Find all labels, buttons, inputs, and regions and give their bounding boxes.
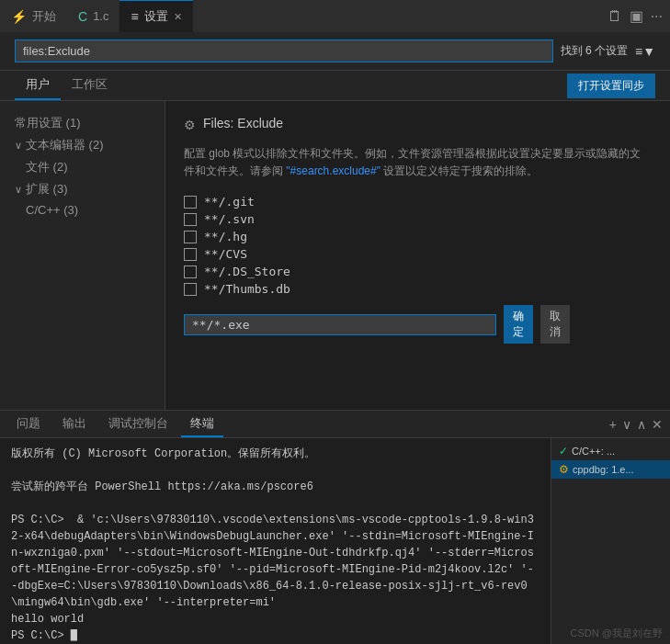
list-item: **/.hg (184, 228, 652, 245)
cancel-button[interactable]: 取消 (540, 305, 570, 344)
setting-title: Files: Exclude (203, 116, 283, 130)
exclude-list: **/.git **/.svn **/.hg **/CVS **/.DS_Sto… (184, 193, 652, 298)
sidebar-item-text-editor[interactable]: ∨ 文本编辑器 (2) (0, 134, 165, 156)
close-tab-button[interactable]: ✕ (174, 11, 182, 23)
add-exclude-input[interactable] (184, 314, 496, 335)
sidebar-item-common[interactable]: 常用设置 (1) (0, 112, 165, 134)
tab-output[interactable]: 输出 (53, 412, 96, 437)
setting-description: 配置 glob 模式以排除文件和文件夹。例如，文件资源管理器根据此设置决定要显示… (184, 145, 652, 180)
gear-small-icon: ⚙ (559, 463, 569, 476)
panel-tabs: 问题 输出 调试控制台 终端 + ∨ ∧ ✕ (0, 411, 670, 438)
check-icon: ✓ (559, 445, 568, 458)
checkbox-cvs[interactable] (184, 248, 197, 261)
more-actions-icon[interactable]: ··· (651, 8, 663, 25)
bottom-panel: 问题 输出 调试控制台 终端 + ∨ ∧ ✕ 版权所有 (C) Microsof… (0, 410, 670, 644)
sidebar-item-files[interactable]: 文件 (2) (0, 156, 165, 178)
settings-icon: ≡ (131, 9, 138, 24)
settings-search-input[interactable] (15, 40, 553, 62)
tab-settings[interactable]: ≡ 设置 ✕ (119, 0, 192, 32)
search-exclude-link[interactable]: "#search.exclude#" (286, 164, 380, 177)
tab-debug-console[interactable]: 调试控制台 (99, 412, 177, 437)
chevron-down-icon-2: ∨ (15, 184, 22, 196)
list-item: **/Thumbs.db (184, 280, 652, 298)
terminal-line (11, 495, 539, 512)
title-bar-actions: 🗒 ▣ ··· (608, 7, 670, 25)
terminal-instance-cppdbg[interactable]: ⚙ cppdbg: 1.e... (551, 460, 670, 479)
maximize-panel-icon[interactable]: ∧ (637, 417, 646, 432)
tab-start[interactable]: ⚡ 开始 (0, 0, 67, 32)
tab-user[interactable]: 用户 (15, 71, 61, 100)
setting-header-row: ⚙ Files: Exclude (184, 116, 652, 138)
terminal-output[interactable]: 版权所有 (C) Microsoft Corporation。保留所有权利。 尝… (0, 438, 551, 644)
tab-terminal[interactable]: 终端 (181, 412, 223, 437)
list-item: **/.DS_Store (184, 263, 652, 280)
list-item: **/.svn (184, 210, 652, 228)
vscode-icon: ⚡ (11, 9, 27, 24)
title-bar: ⚡ 开始 C 1.c ≡ 设置 ✕ 🗒 ▣ ··· (0, 0, 670, 32)
checkbox-svn[interactable] (184, 213, 197, 226)
sidebar-item-cpp[interactable]: C/C++ (3) (0, 200, 165, 220)
sync-settings-button[interactable]: 打开设置同步 (567, 73, 655, 98)
new-terminal-icon[interactable]: + (609, 417, 617, 432)
settings-sidebar: 常用设置 (1) ∨ 文本编辑器 (2) 文件 (2) ∨ 扩展 (3) C/C… (0, 101, 165, 410)
panel-tab-actions: + ∨ ∧ ✕ (609, 417, 663, 432)
add-exclude-row: 确定 取消 (184, 305, 652, 344)
settings-search-bar: 找到 6 个设置 ≡▼ (0, 32, 670, 71)
terminal-instance-cpp[interactable]: ✓ C/C++: ... (551, 442, 670, 460)
chevron-down-icon: ∨ (15, 140, 22, 152)
terminal-line: hello world (11, 611, 539, 627)
terminal-line: 尝试新的跨平台 PowerShell https://aka.ms/pscore… (11, 479, 539, 495)
close-panel-icon[interactable]: ✕ (652, 417, 663, 432)
settings-tabs: 用户 工作区 打开设置同步 (0, 71, 670, 101)
terminal-right-panel: ✓ C/C++: ... ⚙ cppdbg: 1.e... (551, 438, 670, 644)
terminal-line: PS C:\C> █ (11, 627, 539, 644)
sidebar-item-extensions[interactable]: ∨ 扩展 (3) (0, 178, 165, 200)
search-input-wrapper (15, 40, 553, 62)
search-results-label: 找到 6 个设置 (561, 43, 628, 59)
setting-gear-icon[interactable]: ⚙ (184, 118, 196, 132)
checkbox-git[interactable] (184, 196, 197, 209)
checkbox-hg[interactable] (184, 231, 197, 243)
confirm-button[interactable]: 确定 (504, 305, 533, 344)
filter-icon[interactable]: ≡▼ (635, 44, 655, 59)
list-item: **/.git (184, 193, 652, 210)
terminal-line: 版权所有 (C) Microsoft Corporation。保留所有权利。 (11, 446, 539, 462)
split-editor-icon[interactable]: 🗒 (608, 8, 622, 25)
tab-problems[interactable]: 问题 (7, 412, 50, 437)
c-file-icon: C (78, 9, 87, 24)
tab-workspace[interactable]: 工作区 (61, 71, 119, 100)
checkbox-ds-store[interactable] (184, 266, 197, 278)
list-item: **/CVS (184, 245, 652, 263)
layout-icon[interactable]: ▣ (630, 7, 643, 25)
split-terminal-icon[interactable]: ∨ (622, 417, 631, 432)
checkbox-thumbs[interactable] (184, 283, 197, 296)
settings-container: 找到 6 个设置 ≡▼ 用户 工作区 打开设置同步 常用设置 (1) ∨ 文本编… (0, 32, 670, 410)
terminal-line: PS C:\C> & 'c:\Users\97830110\.vscode\ex… (11, 512, 539, 611)
tab-file[interactable]: C 1.c (67, 0, 119, 32)
settings-body: 常用设置 (1) ∨ 文本编辑器 (2) 文件 (2) ∨ 扩展 (3) C/C… (0, 101, 670, 410)
panel-body: 版权所有 (C) Microsoft Corporation。保留所有权利。 尝… (0, 438, 670, 644)
terminal-line (11, 462, 539, 479)
settings-content: ⚙ Files: Exclude 配置 glob 模式以排除文件和文件夹。例如，… (165, 101, 670, 410)
